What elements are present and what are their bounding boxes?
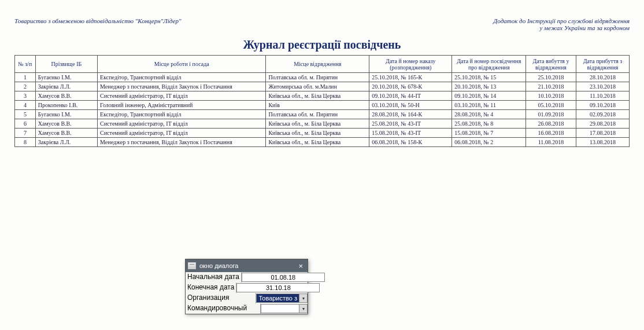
header-org: Товариство з обмеженою відповідальністю … [14,17,182,31]
col-header-arrival: Дата прибуття з відрядження [576,56,629,73]
label-end-date: Конечная дата [186,283,236,293]
cell-work: Менеджер з постачання, Відділ Закупок і … [98,82,266,91]
col-header-work: Місце роботи і посада [98,56,266,73]
cell-num: 2 [15,82,36,91]
cell-cert: 20.10.2018, № 13 [452,82,526,91]
person-select[interactable]: ▾ [261,304,308,313]
cell-dep: 11.08.2018 [526,138,576,147]
cell-order: 09.10.2018, № 44-ІТ [369,91,452,101]
table-row: 7Хамусов В.В.Системний адміністратор, ІТ… [15,129,630,138]
cell-arr: 09.10.2018 [576,101,629,110]
cell-cert: 25.10.2018, № 15 [452,73,526,82]
cell-dep: 25.10.2018 [526,73,576,82]
label-org: Организация [186,293,256,303]
form-icon [188,262,196,269]
cell-num: 5 [15,110,36,119]
cell-order: 06.08.2018, № 158-К [369,138,452,147]
dialog-titlebar[interactable]: окно диалога × [186,259,308,272]
cell-num: 8 [15,138,36,147]
col-header-name: Прізвище ІБ [35,56,97,73]
cell-order: 15.08.2018, № 43-ІТ [369,129,452,138]
cell-place: Київська обл., м. Біла Церква [266,119,369,129]
cell-dep: 10.10.2018 [526,91,576,101]
cell-dep: 01.09.2018 [526,110,576,119]
cell-work: Менеджер з постачання, Відділ Закупок і … [98,138,266,147]
cell-place: Київська обл., м. Біла Церква [266,129,369,138]
table-row: 3Хамусов В.В.Системний адміністратор, ІТ… [15,91,630,101]
col-header-order: Дата й номер наказу (розпорядження) [369,56,452,73]
header-right-line1: Додаток до Інструкції про службові відря… [493,17,630,24]
header-right-line2: у межах України та за кордоном [493,24,630,31]
dialog-title: окно диалога [199,262,296,269]
registration-table: № з/п Прізвище ІБ Місце роботи і посада … [14,55,630,147]
org-select[interactable]: Товариство з ▾ [256,294,308,303]
cell-name: Бугаєнко І.М. [35,110,97,119]
cell-arr: 13.08.2018 [576,138,629,147]
filter-dialog: окно диалога × Начальная дата Конечная д… [185,259,308,314]
cell-arr: 11.10.2018 [576,91,629,101]
cell-num: 3 [15,91,36,101]
cell-cert: 15.08.2018, № 7 [452,129,526,138]
cell-name: Хамусов В.В. [35,119,97,129]
cell-arr: 23.10.2018 [576,82,629,91]
label-person: Командировочный [186,303,261,314]
table-row: 2Закрієва Л.Л.Менеджер з постачання, Від… [15,82,630,91]
cell-cert: 03.10.2018, № 11 [452,101,526,110]
cell-name: Бугаєнко І.М. [35,73,97,82]
cell-dep: 16.08.2018 [526,129,576,138]
cell-name: Закрієва Л.Л. [35,138,97,147]
cell-work: Головний інженер, Адміністративний [98,101,266,110]
page-title: Журнал реєстрації посвідчень [14,38,630,52]
end-date-input[interactable] [236,283,320,292]
table-row: 5Бугаєнко І.М.Експедітор, Транспортний в… [15,110,630,119]
cell-place: Київ [266,101,369,110]
cell-place: Київська обл., м. Біла Церква [266,91,369,101]
cell-order: 03.10.2018, № 50-Н [369,101,452,110]
cell-place: Полтавська обл. м. Пирятин [266,73,369,82]
person-select-value [261,305,299,313]
cell-name: Хамусов В.В. [35,129,97,138]
cell-order: 25.08.2018, № 43-ІТ [369,119,452,129]
cell-num: 6 [15,119,36,129]
cell-name: Прокопенко І.В. [35,101,97,110]
cell-arr: 02.09.2018 [576,110,629,119]
cell-work: Експедітор, Транспортний відділ [98,110,266,119]
cell-place: Полтавська обл. м. Пирятин [266,110,369,119]
table-row: 1Бугаєнко І.М.Експедітор, Транспортний в… [15,73,630,82]
cell-num: 1 [15,73,36,82]
col-header-num: № з/п [15,56,36,73]
col-header-place: Місце відрядження [266,56,369,73]
cell-place: Київська обл., м. Біла Церква [266,138,369,147]
cell-num: 7 [15,129,36,138]
cell-work: Системний адміністратор, ІТ відділ [98,91,266,101]
cell-place: Житомирська обл. м.Малин [266,82,369,91]
cell-dep: 05.10.2018 [526,101,576,110]
cell-cert: 25.08.2018, № 8 [452,119,526,129]
cell-cert: 06.08.2018, № 2 [452,138,526,147]
close-icon[interactable]: × [296,262,305,270]
cell-dep: 21.10.2018 [526,82,576,91]
col-header-cert: Дата й номер посвідчення про відрядження [452,56,526,73]
cell-arr: 17.08.2018 [576,129,629,138]
chevron-down-icon[interactable]: ▾ [299,294,307,302]
cell-dep: 26.08.2018 [526,119,576,129]
cell-order: 28.08.2018, № 164-К [369,110,452,119]
org-select-value: Товариство з [257,294,299,302]
cell-arr: 28.10.2018 [576,73,629,82]
cell-cert: 28.08.2018, № 4 [452,110,526,119]
col-header-departure: Дата вибуття у відрядження [526,56,576,73]
table-row: 6Хамусов В.В.Системний адміністратор, ІТ… [15,119,630,129]
cell-arr: 29.08.2018 [576,119,629,129]
cell-name: Хамусов В.В. [35,91,97,101]
cell-work: Системний адміністратор, ІТ відділ [98,119,266,129]
cell-order: 25.10.2018, № 165-К [369,73,452,82]
start-date-input[interactable] [242,273,325,282]
table-row: 8Закрієва Л.Л.Менеджер з постачання, Від… [15,138,630,147]
cell-cert: 09.10.2018, № 14 [452,91,526,101]
cell-work: Експедітор, Транспортний відділ [98,73,266,82]
cell-work: Системний адміністратор, ІТ відділ [98,129,266,138]
cell-name: Закрієва Л.Л. [35,82,97,91]
chevron-down-icon[interactable]: ▾ [299,305,307,313]
cell-num: 4 [15,101,36,110]
table-row: 4Прокопенко І.В.Головний інженер, Адміні… [15,101,630,110]
